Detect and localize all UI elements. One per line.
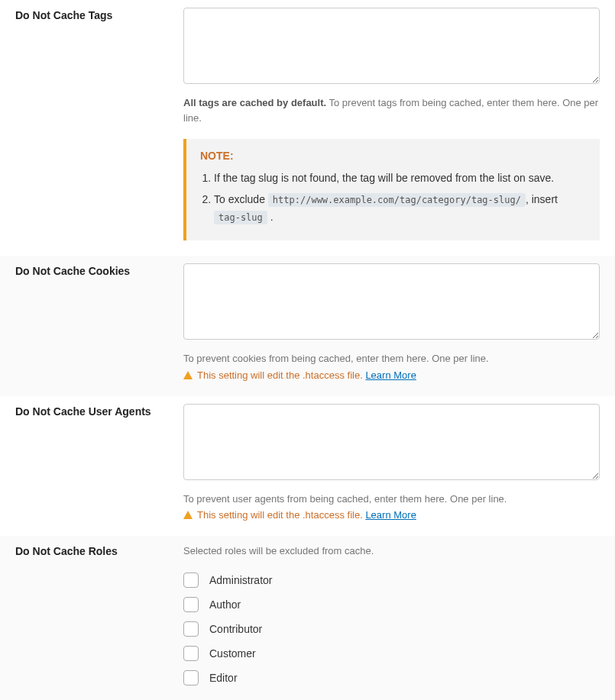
label-tags: Do Not Cache Tags xyxy=(15,8,183,21)
content-user-agents: To prevent user agents from being cached… xyxy=(183,404,600,521)
label-cookies: Do Not Cache Cookies xyxy=(15,263,183,277)
help-roles: Selected roles will be excluded from cac… xyxy=(183,544,600,559)
note-item-2: To exclude http://www.example.com/tag/ca… xyxy=(214,191,586,225)
checkbox-editor[interactable] xyxy=(183,670,199,685)
section-user-agents: Do Not Cache User Agents To prevent user… xyxy=(0,396,615,537)
section-tags: Do Not Cache Tags All tags are cached by… xyxy=(0,0,615,256)
note-item-2-post: . xyxy=(267,211,274,223)
warning-user-agents: This setting will edit the .htaccess fil… xyxy=(183,509,600,521)
warning-cookies: This setting will edit the .htaccess fil… xyxy=(183,369,600,381)
help-cookies: To prevent cookies from being cached, en… xyxy=(183,351,600,366)
role-row: Author xyxy=(183,597,600,612)
textarea-user-agents[interactable] xyxy=(183,404,600,480)
help-tags: All tags are cached by default. To preve… xyxy=(183,95,600,125)
role-label: Customer xyxy=(209,647,256,660)
textarea-cookies[interactable] xyxy=(183,263,600,340)
role-row: Contributor xyxy=(183,621,600,637)
note-code-2: tag-slug xyxy=(214,211,267,224)
note-item-1: If the tag slug is not found, the tag wi… xyxy=(214,169,586,186)
label-user-agents: Do Not Cache User Agents xyxy=(15,404,183,418)
note-box-tags: NOTE: If the tag slug is not found, the … xyxy=(183,139,600,240)
help-tags-bold: All tags are cached by default. xyxy=(183,97,326,108)
note-title: NOTE: xyxy=(200,150,586,162)
warning-icon xyxy=(183,371,193,379)
checkbox-contributor[interactable] xyxy=(183,621,199,637)
role-label: Administrator xyxy=(209,574,272,586)
learn-more-cookies-link[interactable]: Learn More xyxy=(365,369,416,381)
learn-more-user-agents-link[interactable]: Learn More xyxy=(365,509,416,521)
role-label: Editor xyxy=(209,672,238,684)
checkbox-customer[interactable] xyxy=(183,646,199,661)
label-roles: Do Not Cache Roles xyxy=(15,544,183,557)
warning-icon xyxy=(183,511,193,519)
content-tags: All tags are cached by default. To preve… xyxy=(183,8,600,240)
section-cookies: Do Not Cache Cookies To prevent cookies … xyxy=(0,256,615,396)
section-roles: Do Not Cache Roles Selected roles will b… xyxy=(0,536,615,700)
note-list: If the tag slug is not found, the tag wi… xyxy=(200,169,586,225)
role-row: Editor xyxy=(183,670,600,685)
checkbox-author[interactable] xyxy=(183,597,199,612)
roles-checkbox-list: Administrator Author Contributor Custome… xyxy=(183,573,600,685)
content-roles: Selected roles will be excluded from cac… xyxy=(183,544,600,695)
role-row: Administrator xyxy=(183,573,600,588)
checkbox-administrator[interactable] xyxy=(183,573,199,588)
help-user-agents: To prevent user agents from being cached… xyxy=(183,492,600,507)
textarea-tags[interactable] xyxy=(183,8,600,84)
note-code-1: http://www.example.com/tag/category/tag-… xyxy=(268,193,526,207)
warning-user-agents-text: This setting will edit the .htaccess fil… xyxy=(197,509,363,521)
role-row: Customer xyxy=(183,646,600,661)
note-item-2-pre: To exclude xyxy=(214,193,268,205)
warning-cookies-text: This setting will edit the .htaccess fil… xyxy=(197,369,363,381)
role-label: Author xyxy=(209,598,241,611)
note-item-2-mid: , insert xyxy=(526,193,558,205)
role-label: Contributor xyxy=(209,623,262,635)
content-cookies: To prevent cookies from being cached, en… xyxy=(183,263,600,381)
